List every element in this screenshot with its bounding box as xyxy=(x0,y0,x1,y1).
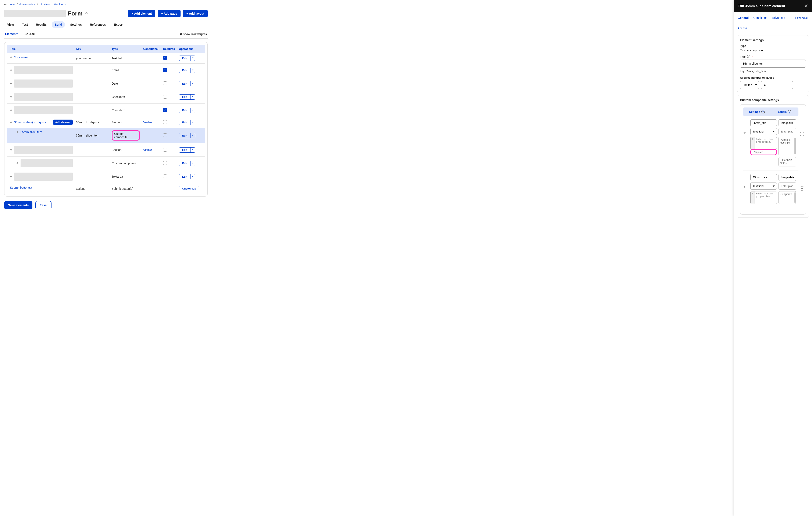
th-required[interactable]: Required xyxy=(162,45,177,53)
element-title-link[interactable]: 35mm slide item xyxy=(21,131,42,134)
secondary-tab-source[interactable]: Source xyxy=(24,31,35,38)
edit-split-button[interactable]: Edit▾ xyxy=(179,56,195,61)
th-key[interactable]: Key xyxy=(75,45,110,53)
drag-handle-icon[interactable]: ✥ xyxy=(10,148,12,151)
panel-tab-access[interactable]: Access xyxy=(737,25,809,32)
primary-tab-results[interactable]: Results xyxy=(33,21,50,28)
chevron-down-icon[interactable]: ▾ xyxy=(190,94,195,99)
element-title-link[interactable]: 35mm slide(s) to digitize xyxy=(14,121,46,124)
primary-tab-settings[interactable]: Settings xyxy=(67,21,85,28)
drag-handle-icon[interactable]: ✥ xyxy=(10,121,12,124)
composite-desc-box[interactable]: Formal or descripti xyxy=(779,137,796,155)
crumb-webforms[interactable]: Webforms xyxy=(54,3,65,6)
drag-handle-icon[interactable]: ✥ xyxy=(16,131,19,134)
composite-type-select[interactable]: Text field xyxy=(750,182,777,190)
help-icon[interactable]: ? xyxy=(788,110,791,113)
required-checkbox[interactable] xyxy=(163,56,167,60)
composite-key-input[interactable] xyxy=(750,174,777,181)
chevron-down-icon[interactable]: ▾ xyxy=(190,108,195,113)
star-icon[interactable]: ☆ xyxy=(85,11,88,16)
composite-key-input[interactable] xyxy=(750,119,777,126)
required-checkbox[interactable] xyxy=(163,174,167,178)
chevron-down-icon[interactable]: ▾ xyxy=(190,68,195,73)
add-page-button[interactable]: + Add page xyxy=(158,10,180,18)
drag-handle-icon[interactable]: ✥ xyxy=(10,109,12,112)
composite-placeholder-input[interactable] xyxy=(779,182,796,190)
composite-tab-labels[interactable]: Labels ? xyxy=(771,108,799,116)
th-type[interactable]: Type xyxy=(110,45,142,53)
composite-help-box[interactable]: Enter help text… xyxy=(779,157,796,166)
primary-tab-view[interactable]: View xyxy=(4,21,17,28)
primary-tab-export[interactable]: Export xyxy=(111,21,126,28)
composite-placeholder-input[interactable] xyxy=(779,128,796,135)
primary-tab-test[interactable]: Test xyxy=(19,21,31,28)
edit-split-button[interactable]: Edit▾ xyxy=(179,147,195,153)
element-title-link[interactable]: Your name xyxy=(14,56,28,59)
chevron-down-icon[interactable]: ▾ xyxy=(190,56,195,61)
show-row-weights-link[interactable]: ◉ Show row weights xyxy=(179,31,208,38)
chevron-down-icon[interactable]: ▾ xyxy=(190,161,195,166)
close-icon[interactable]: ✕ xyxy=(804,3,808,9)
edit-split-button[interactable]: Edit▾ xyxy=(179,133,195,138)
edit-split-button[interactable]: Edit▾ xyxy=(179,108,195,113)
panel-tab-conditions[interactable]: Conditions xyxy=(752,15,768,22)
required-checkbox[interactable] xyxy=(163,108,167,112)
back-icon[interactable]: ↩ xyxy=(4,3,7,6)
edit-split-button[interactable]: Edit▾ xyxy=(179,174,195,179)
th-conditional[interactable]: Conditional xyxy=(142,45,161,53)
add-layout-button[interactable]: + Add layout xyxy=(183,10,208,18)
composite-label-input[interactable] xyxy=(779,174,796,181)
expand-all-link[interactable]: Expand all xyxy=(794,15,809,22)
composite-desc-box[interactable]: Or approxi xyxy=(779,191,796,204)
drag-handle-icon[interactable]: ✥ xyxy=(744,131,746,134)
title-input[interactable] xyxy=(740,60,806,68)
panel-tab-advanced[interactable]: Advanced xyxy=(771,15,786,22)
remove-icon[interactable]: − xyxy=(800,132,804,136)
secondary-tab-elements[interactable]: Elements xyxy=(4,31,19,38)
composite-properties-code[interactable]: 1 Enter custom properties… xyxy=(750,137,777,149)
drag-handle-icon[interactable]: ✥ xyxy=(10,56,12,59)
required-checkbox[interactable] xyxy=(163,133,167,137)
drag-handle-icon[interactable]: ✥ xyxy=(10,95,12,98)
drag-handle-icon[interactable]: ✥ xyxy=(744,186,746,189)
drag-handle-icon[interactable]: ✥ xyxy=(10,82,12,85)
conditional-link[interactable]: Visible xyxy=(143,148,152,151)
reset-button[interactable]: Reset xyxy=(35,201,52,209)
submit-buttons-link[interactable]: Submit button(s) xyxy=(10,186,32,189)
edit-split-button[interactable]: Edit▾ xyxy=(179,81,195,86)
th-operations[interactable]: Operations xyxy=(177,45,205,53)
composite-label-input[interactable] xyxy=(779,119,796,126)
chevron-down-icon[interactable]: ▾ xyxy=(190,133,195,138)
primary-tab-references[interactable]: References xyxy=(87,21,109,28)
edit-split-button[interactable]: Edit▾ xyxy=(179,120,195,125)
crumb-structure[interactable]: Structure xyxy=(40,3,50,6)
add-element-inline-button[interactable]: Add element xyxy=(53,120,73,125)
required-checkbox[interactable] xyxy=(163,120,167,124)
chevron-down-icon[interactable]: ▾ xyxy=(190,174,195,179)
th-title[interactable]: Title xyxy=(7,45,75,53)
required-checkbox[interactable] xyxy=(163,81,167,85)
help-icon[interactable]: ? xyxy=(747,55,750,58)
drag-handle-icon[interactable]: ✥ xyxy=(16,162,19,165)
crumb-home[interactable]: Home xyxy=(8,3,15,6)
panel-tab-general[interactable]: General xyxy=(737,15,750,22)
primary-tab-build[interactable]: Build xyxy=(52,21,65,28)
allowed-count-input[interactable] xyxy=(761,81,793,89)
drag-handle-icon[interactable]: ✥ xyxy=(10,175,12,178)
save-elements-button[interactable]: Save elements xyxy=(4,201,32,209)
required-checkbox[interactable] xyxy=(163,148,167,151)
remove-icon[interactable]: − xyxy=(800,186,804,191)
required-checkbox[interactable] xyxy=(163,68,167,72)
required-checkbox[interactable] xyxy=(163,161,167,165)
chevron-down-icon[interactable]: ▾ xyxy=(190,120,195,125)
customize-button[interactable]: Customize xyxy=(179,186,199,191)
crumb-admin[interactable]: Administration xyxy=(19,3,35,6)
chevron-down-icon[interactable]: ▾ xyxy=(190,148,195,152)
edit-split-button[interactable]: Edit▾ xyxy=(179,94,195,99)
allowed-mode-select[interactable]: Limited xyxy=(740,81,759,89)
help-icon[interactable]: ? xyxy=(761,110,765,113)
chevron-down-icon[interactable]: ▾ xyxy=(190,81,195,86)
edit-split-button[interactable]: Edit▾ xyxy=(179,68,195,73)
composite-tab-settings[interactable]: Settings ? xyxy=(743,108,771,116)
edit-split-button[interactable]: Edit▾ xyxy=(179,161,195,166)
